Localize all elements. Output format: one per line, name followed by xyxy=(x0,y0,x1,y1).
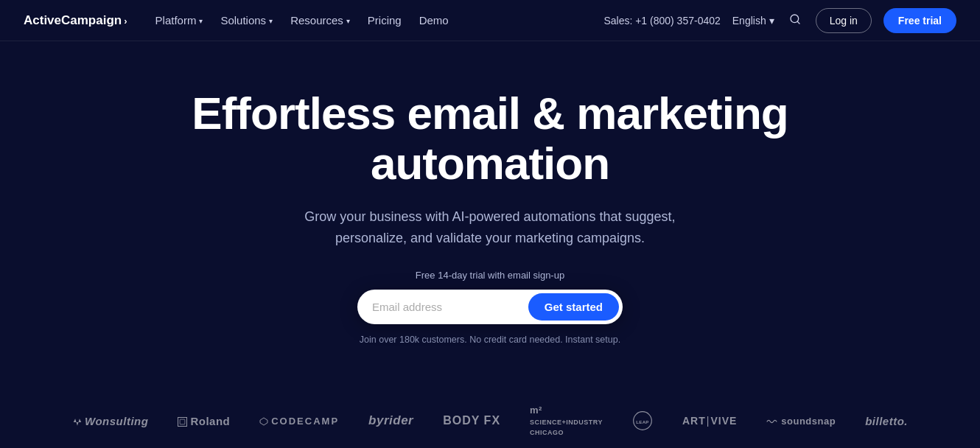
social-proof: Join over 180k customers. No credit card… xyxy=(360,335,620,345)
logo-soundsnap: soundsnap xyxy=(766,416,836,427)
logo-artivive: ART|VIVE xyxy=(682,415,737,427)
logo-arrow: › xyxy=(124,15,127,27)
language-selector[interactable]: English ▾ xyxy=(732,15,774,27)
nav-item-demo[interactable]: Demo xyxy=(412,10,456,31)
chevron-down-icon: ▾ xyxy=(769,15,774,27)
logo-text: ActiveCampaign xyxy=(24,13,122,27)
free-trial-button[interactable]: Free trial xyxy=(883,8,956,33)
trial-label: Free 14-day trial with email sign-up xyxy=(416,270,564,281)
language-label: English xyxy=(732,15,766,27)
search-button[interactable] xyxy=(786,10,804,31)
logo-billetto: billetto. xyxy=(865,415,908,427)
navigation: ActiveCampaign› Platform ▾ Solutions ▾ R… xyxy=(0,0,980,41)
nav-item-resources[interactable]: Resources ▾ xyxy=(283,10,357,31)
hero-title: Effortless email & marketing automation xyxy=(192,88,788,189)
nav-left: ActiveCampaign› Platform ▾ Solutions ▾ R… xyxy=(24,10,456,31)
sales-number: Sales: +1 (800) 357-0402 xyxy=(603,15,720,27)
hero-section: Effortless email & marketing automation … xyxy=(0,41,980,374)
logo-roland: Roland xyxy=(178,415,230,427)
nav-item-pricing[interactable]: Pricing xyxy=(360,10,409,31)
login-button[interactable]: Log in xyxy=(816,8,872,33)
logo[interactable]: ActiveCampaign› xyxy=(24,13,127,28)
svg-text:LEAP: LEAP xyxy=(636,419,649,424)
logo-bodyfx: BODY FX xyxy=(443,414,500,427)
nav-right: Sales: +1 (800) 357-0402 English ▾ Log i… xyxy=(603,8,956,33)
hero-subtitle: Grow your business with AI-powered autom… xyxy=(284,206,696,249)
nav-links: Platform ▾ Solutions ▾ Resources ▾ Prici… xyxy=(148,10,456,31)
logo-leapfrog: LEAP xyxy=(632,410,653,431)
chevron-down-icon: ▾ xyxy=(269,17,273,25)
logo-byrider: byrider xyxy=(368,413,413,428)
svg-marker-3 xyxy=(260,418,267,425)
svg-rect-2 xyxy=(181,419,186,424)
chevron-down-icon: ▾ xyxy=(346,17,350,25)
chevron-down-icon: ▾ xyxy=(199,17,203,25)
get-started-button[interactable]: Get started xyxy=(528,293,619,321)
svg-line-1 xyxy=(797,21,799,24)
logos-bar: Wonsulting Roland CODECAMP byrider BODY … xyxy=(0,386,980,448)
logo-museum: m² science+industrychicago xyxy=(530,404,603,438)
logo-wonsulting: Wonsulting xyxy=(72,415,148,427)
email-input[interactable] xyxy=(372,301,528,313)
logo-codecamp: CODECAMP xyxy=(259,416,339,427)
nav-item-platform[interactable]: Platform ▾ xyxy=(148,10,211,31)
signup-form: Get started xyxy=(357,290,623,324)
nav-item-solutions[interactable]: Solutions ▾ xyxy=(213,10,280,31)
